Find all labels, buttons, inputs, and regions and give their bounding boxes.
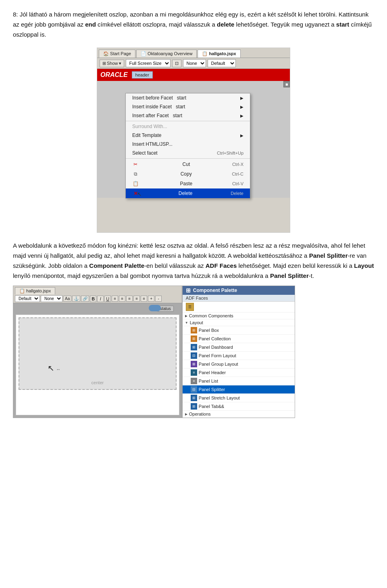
show-button[interactable]: ⊞ Show ▾ <box>100 60 124 67</box>
tab-hallgato[interactable]: 📋 hallgato.jspx <box>198 50 240 58</box>
ctx-insert-inside[interactable]: Insert inside Facet start ▶ <box>126 102 250 111</box>
ide-tab-bar: 🏠 Start Page 📄 Oktatoanyag Overview 📋 ha… <box>97 48 290 58</box>
ide-canvas: ORACLE header ◼ Insert before Facet star… <box>97 69 290 198</box>
bold-button[interactable]: B <box>90 296 96 302</box>
arrow-icon-3: ▶ <box>240 114 243 118</box>
ctx-insert-after[interactable]: Insert after Facet start ▶ <box>126 111 250 120</box>
palette-item-panelbox[interactable]: ⊞ Panel Box <box>183 326 295 335</box>
toolbar-icon-anchor[interactable]: ⚓ <box>72 296 80 302</box>
palette-icons-row: ☰ <box>183 302 295 313</box>
show-icon: ⊞ <box>102 61 106 66</box>
editor-panel: 📋 hallgato.jspx Default None Aa ⚓ 🔗 B I … <box>13 286 182 418</box>
none-button[interactable]: ⊡ <box>172 60 181 67</box>
panelgrouplayout-icon: ⊠ <box>191 361 197 367</box>
ctx-paste[interactable]: 📋 Paste Ctrl-V <box>126 179 250 188</box>
paste-icon: 📋 <box>132 180 139 187</box>
bold-end: end <box>85 21 96 28</box>
header-tag-label: header <box>132 71 153 79</box>
ctx-insert-html[interactable]: Insert HTML/JSP... <box>126 140 250 149</box>
ctx-select-facet[interactable]: Select facet Ctrl+Shift+Up <box>126 149 250 157</box>
paragraph-1c: lehetőséget. Tegyük meg ugyanezt a <box>234 21 336 28</box>
oracle-logo-text: ORACLE <box>100 71 128 79</box>
bold-panel-splitter2: Panel Splitter <box>270 272 309 279</box>
underline-button[interactable]: U <box>104 296 111 302</box>
ctx-insert-before[interactable]: Insert before Facet start ▶ <box>126 93 250 102</box>
more-btn2[interactable]: ≡ <box>141 296 147 302</box>
palette-item-panelstretch[interactable]: ⊞ Panel Stretch Layout <box>183 394 295 402</box>
copy-icon: ⧉ <box>132 171 139 177</box>
paragraph-2e: lenyíló menüpontot, majd egyszerűen a ba… <box>13 272 270 279</box>
style-dropdown[interactable]: Default <box>15 295 40 302</box>
bold-layout: Layout <box>354 262 374 269</box>
palette-item-paneltab[interactable]: ⊞ Panel Tab&& <box>183 402 295 411</box>
separator-1 <box>126 121 250 121</box>
palette-section-common[interactable]: Common Components <box>183 313 295 319</box>
bold-panel-splitter1: Panel Splitter <box>309 252 348 259</box>
tab-start-page[interactable]: 🏠 Start Page <box>99 50 135 58</box>
operations-label: Operations <box>189 412 211 416</box>
bold-component-palette: Component Palette <box>89 262 144 269</box>
palette-item-panelformlayout[interactable]: ⊟ Panel Form Layout <box>183 352 295 360</box>
screenshot-ide-contextmenu: 🏠 Start Page 📄 Oktatoanyag Overview 📋 ha… <box>97 48 290 233</box>
ctx-delete[interactable]: ✕ Delete Delete <box>126 188 250 198</box>
arrow-icon-4: ▶ <box>240 133 243 138</box>
panelsplitter-icon: ⊟ <box>191 386 197 393</box>
paneltab-icon: ⊞ <box>191 403 197 410</box>
editor-toolbar2: Default None Aa ⚓ 🔗 B I U ≡ ≡ ≡ ≡ ≡ + - <box>13 294 182 303</box>
palette-panel: ⊞ Component Palette ADF Faces ☰ Common C… <box>182 286 295 418</box>
palette-item-panelheader[interactable]: ≡ Panel Header <box>183 369 295 377</box>
paragraph-2d: lehetőséget. Majd ezen belül keressük ki… <box>237 262 354 269</box>
palette-item-panellist[interactable]: ≡ Panel List <box>183 377 295 385</box>
align-left-btn[interactable]: ≡ <box>112 296 118 302</box>
none-dropdown[interactable]: None <box>183 59 206 67</box>
panellist-icon: ≡ <box>191 378 197 384</box>
separator-2 <box>126 158 250 159</box>
paragraph-2f: -t. <box>309 272 314 279</box>
status-pill <box>149 305 161 311</box>
ctx-copy[interactable]: ⧉ Copy Ctrl-C <box>126 169 250 179</box>
editor-canvas: status ↖ ↔ center <box>13 303 182 418</box>
paragraph-1b: címkével ellátott oszlopra, majd válassz… <box>96 21 217 28</box>
palette-icon-1[interactable]: ☰ <box>186 303 194 311</box>
context-menu[interactable]: Insert before Facet start ▶ Insert insid… <box>125 93 250 199</box>
italic-button[interactable]: I <box>97 296 104 302</box>
oracle-banner: ORACLE header <box>97 69 290 81</box>
editor-tab-icon: 📋 <box>19 288 25 293</box>
bold-adf-faces: ADF Faces <box>206 262 237 269</box>
dashed-area: ↖ ↔ center <box>19 317 177 390</box>
palette-item-panelcollection[interactable]: ⊞ Panel Collection <box>183 335 295 343</box>
tab-icon-start: 🏠 <box>103 51 109 56</box>
screenshot-editor-palette: 📋 hallgato.jspx Default None Aa ⚓ 🔗 B I … <box>13 286 295 418</box>
palette-section-operations[interactable]: Operations <box>183 411 295 418</box>
screen-size-dropdown[interactable]: Full Screen Size <box>126 59 171 67</box>
move-cursor: ↖ ↔ <box>48 363 60 373</box>
more-btn3[interactable]: + <box>148 296 154 302</box>
palette-item-paneldashboard[interactable]: ⊞ Panel Dashboard <box>183 343 295 352</box>
toolbar-icon-link[interactable]: 🔗 <box>81 296 89 302</box>
scissors-icon: ✂ <box>132 161 139 168</box>
more-btn4[interactable]: - <box>155 296 162 302</box>
editor-tab-bar: 📋 hallgato.jspx <box>13 286 182 294</box>
editor-tab-hallgato[interactable]: 📋 hallgato.jspx <box>15 287 55 294</box>
palette-grid-icon: ⊞ <box>186 287 191 294</box>
palette-adf-label: ADF Faces <box>183 295 295 302</box>
ctx-cut[interactable]: ✂ Cut Ctrl-X <box>126 159 250 169</box>
content-area: ↖ ↔ center <box>16 315 179 415</box>
palette-section-layout[interactable]: Layout <box>183 319 295 326</box>
intro-text: 8: Jól látható a három megjelenített osz… <box>13 10 374 39</box>
palette-item-panelsplitter[interactable]: ⊟ Panel Splitter <box>183 385 295 394</box>
default-dropdown[interactable]: Default <box>208 59 236 67</box>
align-center-btn[interactable]: ≡ <box>119 296 125 302</box>
panelformlayout-icon: ⊟ <box>191 352 197 359</box>
font-dropdown[interactable]: None <box>41 295 62 302</box>
tab-oktatoanyag[interactable]: 📄 Oktatoanyag Overview <box>136 50 197 58</box>
toolbar-icon-1[interactable]: Aa <box>63 296 71 302</box>
panelstretch-icon: ⊞ <box>191 395 197 401</box>
ctx-edit-template[interactable]: Edit Template ▶ <box>126 131 250 140</box>
middle-text: A weboldalunk a következő módon fog kiné… <box>13 241 374 281</box>
align-right-btn[interactable]: ≡ <box>126 296 133 302</box>
center-label: center <box>92 380 104 385</box>
arrow-icon-1: ▶ <box>240 96 243 100</box>
more-btn1[interactable]: ≡ <box>133 296 140 302</box>
palette-item-panelgrouplayout[interactable]: ⊠ Panel Group Layout <box>183 360 295 369</box>
